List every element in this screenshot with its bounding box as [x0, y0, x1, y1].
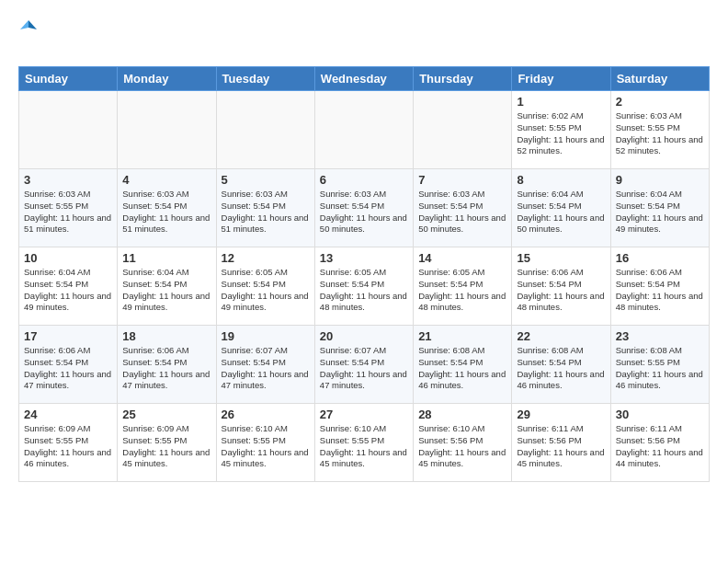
calendar-cell: 26Sunrise: 6:10 AM Sunset: 5:55 PM Dayli…	[216, 404, 314, 482]
day-info: Sunrise: 6:04 AM Sunset: 5:54 PM Dayligh…	[616, 189, 704, 236]
calendar-cell: 19Sunrise: 6:07 AM Sunset: 5:54 PM Dayli…	[216, 326, 314, 404]
day-info: Sunrise: 6:03 AM Sunset: 5:54 PM Dayligh…	[222, 189, 310, 236]
calendar-cell: 28Sunrise: 6:10 AM Sunset: 5:56 PM Dayli…	[414, 404, 512, 482]
calendar-cell	[414, 91, 512, 169]
day-number: 5	[222, 173, 310, 187]
day-info: Sunrise: 6:06 AM Sunset: 5:54 PM Dayligh…	[616, 267, 704, 314]
logo: General	[18, 15, 88, 57]
calendar-cell: 9Sunrise: 6:04 AM Sunset: 5:54 PM Daylig…	[610, 169, 709, 247]
calendar-cell: 21Sunrise: 6:08 AM Sunset: 5:54 PM Dayli…	[414, 326, 512, 404]
weekday-header-wednesday: Wednesday	[314, 67, 413, 91]
day-info: Sunrise: 6:06 AM Sunset: 5:54 PM Dayligh…	[122, 345, 210, 392]
day-info: Sunrise: 6:04 AM Sunset: 5:54 PM Dayligh…	[122, 267, 210, 314]
day-info: Sunrise: 6:05 AM Sunset: 5:54 PM Dayligh…	[222, 267, 310, 314]
day-number: 27	[320, 408, 408, 421]
calendar-cell	[314, 91, 413, 169]
calendar-cell: 15Sunrise: 6:06 AM Sunset: 5:54 PM Dayli…	[512, 247, 610, 326]
calendar-cell: 27Sunrise: 6:10 AM Sunset: 5:55 PM Dayli…	[314, 404, 413, 482]
day-info: Sunrise: 6:09 AM Sunset: 5:55 PM Dayligh…	[24, 423, 112, 470]
calendar-cell: 29Sunrise: 6:11 AM Sunset: 5:56 PM Dayli…	[512, 404, 610, 482]
svg-marker-0	[28, 20, 37, 29]
calendar-cell: 22Sunrise: 6:08 AM Sunset: 5:54 PM Dayli…	[512, 326, 610, 404]
day-number: 12	[222, 251, 310, 265]
day-info: Sunrise: 6:08 AM Sunset: 5:54 PM Dayligh…	[517, 345, 605, 392]
day-info: Sunrise: 6:05 AM Sunset: 5:54 PM Dayligh…	[418, 267, 506, 314]
calendar-cell: 11Sunrise: 6:04 AM Sunset: 5:54 PM Dayli…	[118, 247, 216, 326]
day-info: Sunrise: 6:11 AM Sunset: 5:56 PM Dayligh…	[616, 423, 704, 470]
day-number: 17	[24, 329, 112, 343]
calendar-cell: 24Sunrise: 6:09 AM Sunset: 5:55 PM Dayli…	[19, 404, 118, 482]
day-number: 24	[24, 408, 112, 421]
day-number: 2	[616, 95, 704, 109]
calendar-cell	[118, 91, 216, 169]
day-info: Sunrise: 6:08 AM Sunset: 5:55 PM Dayligh…	[616, 345, 704, 392]
day-info: Sunrise: 6:04 AM Sunset: 5:54 PM Dayligh…	[517, 189, 605, 236]
day-number: 30	[616, 408, 704, 421]
calendar-cell: 8Sunrise: 6:04 AM Sunset: 5:54 PM Daylig…	[512, 169, 610, 247]
calendar-week-row: 1Sunrise: 6:02 AM Sunset: 5:55 PM Daylig…	[19, 91, 710, 169]
svg-marker-1	[20, 20, 28, 29]
day-info: Sunrise: 6:03 AM Sunset: 5:54 PM Dayligh…	[320, 189, 408, 236]
weekday-header-thursday: Thursday	[414, 67, 512, 91]
calendar-cell: 10Sunrise: 6:04 AM Sunset: 5:54 PM Dayli…	[19, 247, 118, 326]
day-info: Sunrise: 6:05 AM Sunset: 5:54 PM Dayligh…	[320, 267, 408, 314]
weekday-header-saturday: Saturday	[610, 67, 709, 91]
calendar-cell: 23Sunrise: 6:08 AM Sunset: 5:55 PM Dayli…	[610, 326, 709, 404]
day-number: 10	[24, 251, 112, 265]
day-info: Sunrise: 6:06 AM Sunset: 5:54 PM Dayligh…	[517, 267, 605, 314]
day-info: Sunrise: 6:03 AM Sunset: 5:54 PM Dayligh…	[122, 189, 210, 236]
calendar-cell: 20Sunrise: 6:07 AM Sunset: 5:54 PM Dayli…	[314, 326, 413, 404]
day-number: 9	[616, 173, 704, 187]
day-number: 16	[616, 251, 704, 265]
calendar-cell: 30Sunrise: 6:11 AM Sunset: 5:56 PM Dayli…	[610, 404, 709, 482]
day-number: 21	[418, 329, 506, 343]
day-info: Sunrise: 6:10 AM Sunset: 5:55 PM Dayligh…	[320, 423, 408, 470]
calendar-cell: 13Sunrise: 6:05 AM Sunset: 5:54 PM Dayli…	[314, 247, 413, 326]
day-info: Sunrise: 6:08 AM Sunset: 5:54 PM Dayligh…	[418, 345, 506, 392]
day-number: 26	[222, 408, 310, 421]
day-info: Sunrise: 6:10 AM Sunset: 5:55 PM Dayligh…	[222, 423, 310, 470]
day-number: 11	[122, 251, 210, 265]
calendar-cell: 14Sunrise: 6:05 AM Sunset: 5:54 PM Dayli…	[414, 247, 512, 326]
calendar-table: SundayMondayTuesdayWednesdayThursdayFrid…	[18, 66, 710, 482]
calendar-cell: 18Sunrise: 6:06 AM Sunset: 5:54 PM Dayli…	[118, 326, 216, 404]
weekday-header-sunday: Sunday	[19, 67, 118, 91]
day-number: 18	[122, 329, 210, 343]
calendar-week-row: 10Sunrise: 6:04 AM Sunset: 5:54 PM Dayli…	[19, 247, 710, 326]
day-number: 4	[122, 173, 210, 187]
day-number: 6	[320, 173, 408, 187]
calendar-cell: 1Sunrise: 6:02 AM Sunset: 5:55 PM Daylig…	[512, 91, 610, 169]
calendar-week-row: 17Sunrise: 6:06 AM Sunset: 5:54 PM Dayli…	[19, 326, 710, 404]
calendar-cell: 25Sunrise: 6:09 AM Sunset: 5:55 PM Dayli…	[118, 404, 216, 482]
day-number: 22	[517, 329, 605, 343]
day-number: 13	[320, 251, 408, 265]
day-number: 8	[517, 173, 605, 187]
day-info: Sunrise: 6:03 AM Sunset: 5:54 PM Dayligh…	[418, 189, 506, 236]
day-number: 20	[320, 329, 408, 343]
day-info: Sunrise: 6:03 AM Sunset: 5:55 PM Dayligh…	[616, 110, 704, 157]
calendar-cell: 5Sunrise: 6:03 AM Sunset: 5:54 PM Daylig…	[216, 169, 314, 247]
day-number: 29	[517, 408, 605, 421]
calendar-cell	[216, 91, 314, 169]
day-info: Sunrise: 6:02 AM Sunset: 5:55 PM Dayligh…	[517, 110, 605, 157]
day-number: 14	[418, 251, 506, 265]
day-info: Sunrise: 6:04 AM Sunset: 5:54 PM Dayligh…	[24, 267, 112, 314]
day-info: Sunrise: 6:03 AM Sunset: 5:55 PM Dayligh…	[24, 189, 112, 236]
calendar-cell: 16Sunrise: 6:06 AM Sunset: 5:54 PM Dayli…	[610, 247, 709, 326]
calendar-week-row: 24Sunrise: 6:09 AM Sunset: 5:55 PM Dayli…	[19, 404, 710, 482]
day-number: 25	[122, 408, 210, 421]
weekday-header-row: SundayMondayTuesdayWednesdayThursdayFrid…	[19, 67, 710, 91]
calendar-cell: 17Sunrise: 6:06 AM Sunset: 5:54 PM Dayli…	[19, 326, 118, 404]
day-number: 7	[418, 173, 506, 187]
day-info: Sunrise: 6:10 AM Sunset: 5:56 PM Dayligh…	[418, 423, 506, 470]
calendar-cell: 12Sunrise: 6:05 AM Sunset: 5:54 PM Dayli…	[216, 247, 314, 326]
weekday-header-tuesday: Tuesday	[216, 67, 314, 91]
day-info: Sunrise: 6:09 AM Sunset: 5:55 PM Dayligh…	[122, 423, 210, 470]
weekday-header-friday: Friday	[512, 67, 610, 91]
calendar-cell: 2Sunrise: 6:03 AM Sunset: 5:55 PM Daylig…	[610, 91, 709, 169]
day-number: 1	[517, 95, 605, 109]
calendar-week-row: 3Sunrise: 6:03 AM Sunset: 5:55 PM Daylig…	[19, 169, 710, 247]
day-info: Sunrise: 6:07 AM Sunset: 5:54 PM Dayligh…	[222, 345, 310, 392]
day-info: Sunrise: 6:06 AM Sunset: 5:54 PM Dayligh…	[24, 345, 112, 392]
weekday-header-monday: Monday	[118, 67, 216, 91]
